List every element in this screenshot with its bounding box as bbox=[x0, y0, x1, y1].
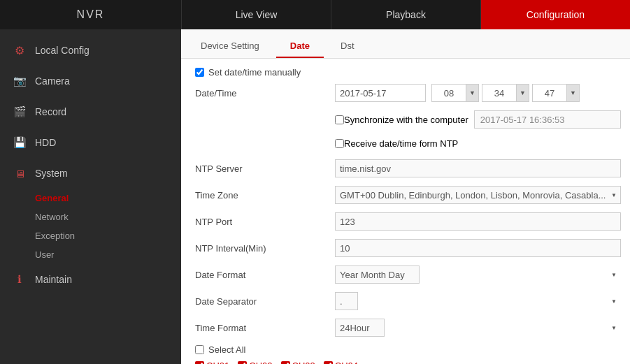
sidebar-sub-user[interactable]: User bbox=[0, 245, 181, 264]
select-all-row: Select All bbox=[195, 344, 621, 355]
nav-configuration[interactable]: Configuration bbox=[480, 0, 630, 29]
sidebar-label-maintain: Maintain bbox=[35, 274, 72, 285]
header: NVR Live View Playback Configuration bbox=[0, 0, 630, 29]
date-input[interactable] bbox=[335, 84, 426, 102]
tab-date[interactable]: Date bbox=[276, 35, 324, 58]
maintain-icon: ℹ bbox=[11, 271, 28, 288]
sidebar-sub-exception[interactable]: Exception bbox=[0, 226, 181, 245]
sync-computer-checkbox[interactable] bbox=[335, 115, 344, 124]
ch01-checkbox[interactable] bbox=[195, 361, 204, 364]
hour-select: ▼ bbox=[431, 84, 479, 102]
main-layout: ⚙ Local Config 📷 Camera 🎬 Record 💾 HDD 🖥 bbox=[0, 29, 630, 364]
ntp-port-input[interactable] bbox=[335, 212, 621, 231]
tab-dst[interactable]: Dst bbox=[327, 35, 368, 58]
ntp-interval-input[interactable] bbox=[335, 239, 621, 257]
ntp-server-input[interactable] bbox=[335, 159, 621, 177]
ch03-label: CH03 bbox=[292, 361, 315, 364]
sidebar-label-hdd: HDD bbox=[35, 137, 56, 148]
sidebar-item-local-config[interactable]: ⚙ Local Config bbox=[0, 35, 181, 66]
ntp-port-label: NTP Port bbox=[195, 217, 335, 227]
time-zone-wrapper: GMT+00 Dublin, Edinburgh, London, Lisbon… bbox=[335, 186, 621, 204]
select-all-label: Select All bbox=[208, 344, 245, 355]
select-all-checkbox[interactable] bbox=[195, 345, 204, 354]
time-format-select[interactable]: 24Hour 12Hour bbox=[335, 319, 385, 337]
ntp-server-label: NTP Server bbox=[195, 163, 335, 174]
nav-playback[interactable]: Playback bbox=[331, 0, 480, 29]
time-zone-row: Time Zone GMT+00 Dublin, Edinburgh, Lond… bbox=[195, 185, 621, 205]
sync-time-display: 2017-05-17 16:36:53 bbox=[474, 110, 621, 129]
sidebar-item-hdd[interactable]: 💾 HDD bbox=[0, 127, 181, 158]
date-time-controls: ▼ ▼ ▼ bbox=[335, 84, 621, 102]
sidebar-sub-general[interactable]: General bbox=[0, 189, 181, 208]
second-arrow[interactable]: ▼ bbox=[567, 84, 580, 102]
sidebar: ⚙ Local Config 📷 Camera 🎬 Record 💾 HDD 🖥 bbox=[0, 29, 181, 364]
gear-icon: ⚙ bbox=[11, 42, 28, 59]
ntp-port-control bbox=[335, 212, 621, 231]
ntp-interval-control bbox=[335, 239, 621, 257]
form-area: Set date/time manually Date/Time ▼ ▼ bbox=[181, 59, 630, 364]
date-time-row: Date/Time ▼ ▼ ▼ bbox=[195, 83, 621, 103]
sidebar-item-camera[interactable]: 📷 Camera bbox=[0, 66, 181, 96]
sidebar-item-system[interactable]: 🖥 System bbox=[0, 158, 181, 189]
sidebar-item-maintain[interactable]: ℹ Maintain bbox=[0, 264, 181, 295]
minute-select: ▼ bbox=[482, 84, 529, 102]
hour-arrow[interactable]: ▼ bbox=[466, 84, 479, 102]
ch02-checkbox[interactable] bbox=[238, 361, 247, 364]
date-separator-wrapper: . - / bbox=[335, 292, 621, 310]
sync-controls: Synchronize with the computer 2017-05-17… bbox=[335, 110, 621, 129]
ntp-server-row: NTP Server bbox=[195, 159, 621, 178]
date-format-select[interactable]: Year Month Day Month Day Year Day Month … bbox=[335, 265, 420, 284]
set-date-manually-checkbox[interactable] bbox=[195, 68, 204, 77]
time-input-group: ▼ ▼ ▼ bbox=[431, 84, 580, 102]
second-input[interactable] bbox=[532, 84, 567, 102]
app-logo: NVR bbox=[0, 8, 181, 21]
ntp-receive-row: Receive date/time form NTP bbox=[195, 133, 621, 153]
sync-row: Synchronize with the computer 2017-05-17… bbox=[195, 110, 621, 129]
ch04-label: CH04 bbox=[335, 361, 358, 364]
ch01-label: CH01 bbox=[206, 361, 229, 364]
receive-ntp-label: Receive date/time form NTP bbox=[344, 138, 458, 149]
record-icon: 🎬 bbox=[11, 103, 28, 120]
ch04-checkbox[interactable] bbox=[324, 361, 333, 364]
channel-ch02: CH02 bbox=[238, 361, 272, 364]
second-select: ▼ bbox=[532, 84, 580, 102]
sidebar-item-record[interactable]: 🎬 Record bbox=[0, 96, 181, 127]
ch03-checkbox[interactable] bbox=[281, 361, 290, 364]
camera-icon: 📷 bbox=[11, 73, 28, 89]
date-separator-label: Date Separator bbox=[195, 296, 335, 307]
sidebar-label-record: Record bbox=[35, 106, 66, 117]
sidebar-label-camera: Camera bbox=[35, 75, 70, 87]
ntp-interval-row: NTP Interval(Min) bbox=[195, 238, 621, 258]
channel-row: CH01 CH02 CH03 CH04 bbox=[195, 361, 621, 364]
content-area: Device Setting Date Dst Set date/time ma… bbox=[181, 29, 630, 364]
sidebar-label-system: System bbox=[35, 168, 68, 179]
header-nav: Live View Playback Configuration bbox=[181, 0, 630, 29]
tab-device-setting[interactable]: Device Setting bbox=[187, 35, 273, 58]
date-separator-row: Date Separator . - / bbox=[195, 291, 621, 311]
hour-input[interactable] bbox=[431, 84, 466, 102]
time-format-row: Time Format 24Hour 12Hour bbox=[195, 318, 621, 337]
channel-ch01: CH01 bbox=[195, 361, 229, 364]
channel-ch03: CH03 bbox=[281, 361, 315, 364]
minute-arrow[interactable]: ▼ bbox=[517, 84, 529, 102]
ntp-receive-controls: Receive date/time form NTP bbox=[335, 138, 458, 149]
date-separator-select[interactable]: . - / bbox=[335, 292, 358, 310]
date-time-label: Date/Time bbox=[195, 88, 335, 99]
ntp-port-row: NTP Port bbox=[195, 212, 621, 231]
date-format-wrapper: Year Month Day Month Day Year Day Month … bbox=[335, 265, 621, 284]
date-format-label: Date Format bbox=[195, 270, 335, 280]
receive-ntp-checkbox[interactable] bbox=[335, 139, 344, 148]
ntp-server-control bbox=[335, 159, 621, 177]
system-icon: 🖥 bbox=[11, 165, 28, 182]
sidebar-sub-network[interactable]: Network bbox=[0, 208, 181, 226]
set-date-manually-row: Set date/time manually bbox=[195, 67, 621, 78]
minute-input[interactable] bbox=[482, 84, 517, 102]
sync-computer-label: Synchronize with the computer bbox=[344, 115, 468, 125]
set-date-manually-label: Set date/time manually bbox=[208, 67, 301, 78]
nav-live-view[interactable]: Live View bbox=[181, 0, 331, 29]
hdd-icon: 💾 bbox=[11, 134, 28, 151]
ntp-interval-label: NTP Interval(Min) bbox=[195, 243, 335, 254]
time-zone-select[interactable]: GMT+00 Dublin, Edinburgh, London, Lisbon… bbox=[335, 186, 621, 204]
time-format-wrapper: 24Hour 12Hour bbox=[335, 319, 621, 337]
time-format-label: Time Format bbox=[195, 323, 335, 333]
